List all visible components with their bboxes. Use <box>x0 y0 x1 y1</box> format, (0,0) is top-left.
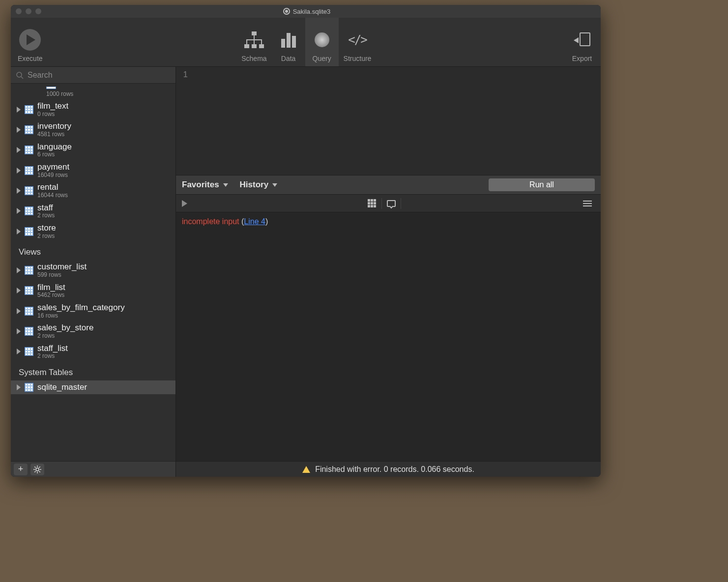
structure-tab[interactable]: </> Structure <box>339 18 377 66</box>
schema-tab[interactable]: Schema <box>236 18 271 66</box>
export-icon <box>574 31 590 48</box>
settings-button[interactable] <box>30 464 44 475</box>
tree-item-text: sqlite_master <box>37 382 87 392</box>
tree-item[interactable]: customer_list599 rows <box>11 260 175 280</box>
line-number: 1 <box>183 70 188 79</box>
disclosure-triangle-icon[interactable] <box>17 127 21 133</box>
tree-item-text: film_text0 rows <box>37 101 68 117</box>
grid-view-button[interactable] <box>365 197 379 210</box>
tree-item[interactable]: staff_list2 rows <box>11 342 175 362</box>
query-tab[interactable]: Query <box>305 18 339 66</box>
disclosure-triangle-icon[interactable] <box>17 147 21 153</box>
table-name: staff <box>37 203 55 213</box>
disclosure-triangle-icon[interactable] <box>17 308 21 314</box>
text-view-button[interactable] <box>384 197 399 210</box>
disclosure-triangle-icon[interactable] <box>17 384 21 390</box>
run-all-label: Run all <box>529 180 554 189</box>
tree-item[interactable]: sqlite_master <box>11 380 175 394</box>
tree-item[interactable]: sales_by_store2 rows <box>11 321 175 341</box>
code-icon: </> <box>348 33 366 47</box>
disclosure-triangle-icon[interactable] <box>17 328 21 334</box>
tree-item[interactable]: sales_by_film_category16 rows <box>11 301 175 321</box>
grid-icon <box>368 199 376 207</box>
disclosure-triangle-icon[interactable] <box>17 229 21 234</box>
tree-item[interactable]: language6 rows <box>11 140 175 160</box>
disclosure-triangle-icon[interactable] <box>17 267 21 273</box>
search-input[interactable] <box>28 71 171 80</box>
disclosure-triangle-icon[interactable] <box>17 288 21 293</box>
warning-icon <box>302 466 310 473</box>
table-icon <box>25 286 33 295</box>
results-pane: incomplete input (Line 4) <box>176 212 601 461</box>
table-name: store <box>37 223 56 233</box>
zoom-window-button[interactable] <box>35 8 41 14</box>
tree-item-text: staff2 rows <box>37 203 55 219</box>
row-count: 5462 rows <box>37 292 65 299</box>
history-dropdown[interactable]: History <box>240 180 278 190</box>
partial-row <box>11 84 175 91</box>
row-count: 16049 rows <box>37 172 69 179</box>
favorites-dropdown[interactable]: Favorites <box>182 180 228 190</box>
disclosure-triangle-icon[interactable] <box>17 188 21 194</box>
tree-item[interactable]: store2 rows <box>11 221 175 241</box>
menu-button[interactable] <box>580 197 595 210</box>
table-icon <box>25 347 33 356</box>
tree-item[interactable]: payment16049 rows <box>11 160 175 180</box>
tree-item-text: staff_list2 rows <box>37 344 68 360</box>
history-label: History <box>240 180 269 190</box>
bar-chart-icon <box>281 32 296 48</box>
disclosure-triangle-icon[interactable] <box>17 168 21 174</box>
run-all-button[interactable]: Run all <box>489 178 595 191</box>
tree-item[interactable]: film_text0 rows <box>11 99 175 119</box>
data-label: Data <box>281 55 296 62</box>
execute-button[interactable]: Execute <box>15 18 46 66</box>
play-icon <box>19 29 41 51</box>
tree-item[interactable]: staff2 rows <box>11 201 175 221</box>
row-count: 16044 rows <box>37 192 68 199</box>
close-window-button[interactable] <box>16 8 22 14</box>
minimize-window-button[interactable] <box>26 8 31 14</box>
tree-item-text: film_list5462 rows <box>37 283 65 299</box>
svg-point-0 <box>17 72 22 77</box>
chevron-down-icon <box>223 183 228 187</box>
row-count: 2 rows <box>37 233 56 240</box>
results-toolbar <box>176 195 601 212</box>
schema-tree[interactable]: 1000 rows film_text0 rowsinventory4581 r… <box>11 84 175 461</box>
hamburger-icon <box>583 201 592 206</box>
sidebar-footer: + <box>11 461 175 477</box>
row-count: 0 rows <box>37 111 68 118</box>
sql-editor[interactable]: 1 <box>176 67 601 175</box>
svg-line-10 <box>39 466 40 467</box>
schema-label: Schema <box>241 55 266 62</box>
disclosure-triangle-icon[interactable] <box>17 208 21 214</box>
query-bar: Favorites History Run all <box>176 175 601 195</box>
data-tab[interactable]: Data <box>272 18 305 66</box>
table-icon <box>25 125 33 134</box>
row-count: 1000 rows <box>11 90 175 97</box>
tree-item[interactable]: rental16044 rows <box>11 180 175 201</box>
add-button[interactable]: + <box>14 464 28 475</box>
query-panel: 1 Favorites History Run all <box>176 67 601 477</box>
table-name: rental <box>37 182 68 192</box>
table-icon <box>25 105 33 114</box>
window-title-text: Sakila.sqlite3 <box>293 8 331 15</box>
disclosure-triangle-icon[interactable] <box>17 107 21 113</box>
table-icon <box>25 266 33 275</box>
error-line-link[interactable]: Line 4 <box>244 217 265 226</box>
table-name: language <box>37 142 72 152</box>
export-button[interactable]: Export <box>567 18 597 66</box>
table-name: film_list <box>37 283 65 292</box>
app-window: Sakila.sqlite3 Execute <box>11 5 601 477</box>
svg-line-1 <box>21 77 23 79</box>
tree-item[interactable]: inventory4581 rows <box>11 119 175 140</box>
main-area: 1000 rows film_text0 rowsinventory4581 r… <box>11 67 601 477</box>
table-icon <box>46 87 56 89</box>
tree-item[interactable]: film_list5462 rows <box>11 281 175 301</box>
view-mode-group: Schema Data Query </> Structure <box>236 18 376 66</box>
schema-icon <box>244 31 264 48</box>
window-controls <box>16 8 41 14</box>
play-icon[interactable] <box>182 200 187 207</box>
disclosure-triangle-icon[interactable] <box>17 349 21 354</box>
row-count: 599 rows <box>37 272 87 279</box>
favorites-label: Favorites <box>182 180 219 190</box>
